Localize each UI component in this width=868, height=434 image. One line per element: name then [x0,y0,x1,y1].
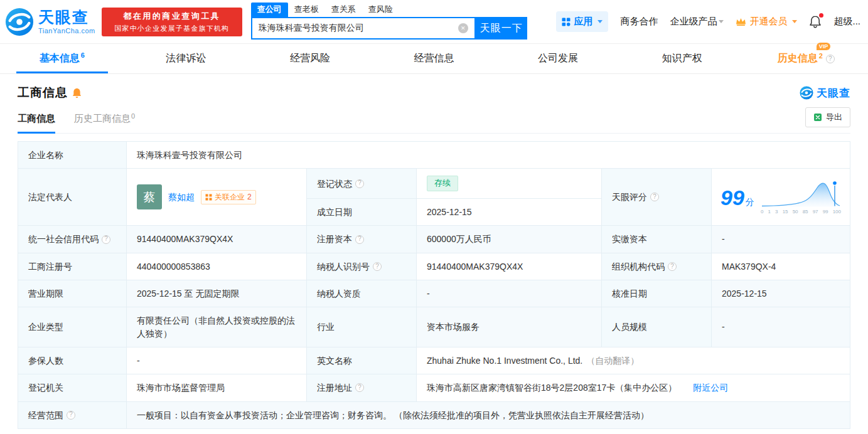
value-org-code: MAK379QX-4 [712,253,850,280]
search-input[interactable] [252,23,458,33]
subtab-history-business-info[interactable]: 历史工商信息0 [74,113,135,133]
search-button[interactable]: 天眼一下 [476,17,527,40]
value-taxpayer-id: 91440400MAK379QX4X [417,253,602,280]
help-icon[interactable]: ? [668,262,677,271]
watermark-text: 天眼查 [817,86,850,100]
tab-label: 经营信息 [414,52,454,65]
label-legal-rep: 法定代表人 [18,169,127,226]
legal-rep-link[interactable]: 蔡如超 [168,191,195,203]
value-approval-date: 2025-12-15 [712,280,850,307]
help-icon[interactable]: ? [67,411,75,420]
row-reg-authority: 登记机关 珠海市市场监督管理局 注册地址? 珠海市高新区唐家湾镇智谷街18号2层… [18,374,850,401]
search-tab-company[interactable]: 查公司 [251,3,288,17]
value-reg-status: 存续 [417,169,602,199]
row-insured-count: 参保人数 - 英文名称 Zhuhai Zhuke No.1 Investment… [18,347,850,374]
help-icon[interactable]: ? [826,55,835,63]
chevron-down-icon [597,20,603,23]
business-cooperation-link[interactable]: 商务合作 [620,16,658,28]
related-companies-tag[interactable]: 关联企业 2 [201,190,256,204]
label-staff-size: 人员规模 [602,307,712,347]
value-staff-size: - [712,307,850,347]
company-nav-tabs: 基本信息 6 法律诉讼 经营风险 经营信息 公司发展 知识产权 历史信息 VIP… [0,44,868,74]
search-tab-risk[interactable]: 查风险 [362,3,399,17]
export-label: 导出 [826,112,842,123]
business-cooperation-label: 商务合作 [620,16,658,28]
value-business-term: 2025-12-15 至 无固定期限 [127,280,307,307]
row-business-scope: 经营范围? 一般项目：以自有资金从事投资活动；企业管理咨询；财务咨询。 （除依法… [18,401,850,428]
row-company-name: 企业名称 珠海珠科壹号投资有限公司 [18,142,850,169]
alert-bell-icon[interactable] [72,88,82,98]
label-company-name: 企业名称 [18,142,127,169]
help-icon[interactable]: ? [355,179,364,188]
tab-label: 经营风险 [290,52,330,65]
nearby-companies-link[interactable]: 附近公司 [693,383,728,393]
enterprise-products-menu[interactable]: 企业级产品 [670,16,724,28]
score-number: 99分 [721,183,754,213]
help-icon[interactable]: ? [650,193,659,201]
tab-count: 2 [819,52,823,60]
help-icon[interactable]: ? [373,262,382,271]
related-count: 2 [247,192,252,203]
legal-rep-avatar[interactable]: 蔡 [137,184,162,209]
grid-icon [562,18,571,26]
notification-dot [819,13,823,18]
label-business-scope: 经营范围? [18,401,127,428]
brand-name: 天眼查 [38,9,95,25]
value-english-name: Zhuhai Zhuke No.1 Investment Co., Ltd.（自… [417,347,850,374]
clear-search-icon[interactable]: ✕ [458,23,468,33]
chevron-down-icon [719,20,724,23]
label-reg-capital: 注册资本? [307,226,417,253]
tab-operation-risk[interactable]: 经营风险 [248,44,372,73]
promo-badge: 都在用的商业查询工具 国家中小企业发展子基金旗下机构 [102,8,242,36]
value-business-scope: 一般项目：以自有资金从事投资活动；企业管理咨询；财务咨询。 （除依法须经批准的项… [127,401,850,428]
super-vip-label: 超级... [833,16,860,28]
super-vip-link[interactable]: 超级... [833,16,860,28]
tianyancha-watermark: 天眼查 [800,86,850,100]
value-paid-capital: - [712,226,850,253]
score-axis: 0131550859799100 [761,208,841,216]
open-membership-label: 开通会员 [749,16,787,28]
row-credit-code: 统一社会信用代码? 91440400MAK379QX4X 注册资本? 60000… [18,226,850,253]
related-label: 关联企业 [215,192,245,203]
label-company-type: 企业类型 [18,307,127,347]
tab-basic-info[interactable]: 基本信息 6 [0,44,124,73]
label-establish-date: 成立日期 [307,199,417,226]
notifications-button[interactable] [809,15,822,28]
subtab-business-info[interactable]: 工商信息 [18,113,55,133]
search-tab-boss[interactable]: 查老板 [288,3,325,17]
top-menu: 应用 商务合作 企业级产品 开通会员 超级... [556,11,860,32]
auto-translate-note: （自动翻译） [586,356,639,366]
top-header: 天眼查 TianYanCha.com 都在用的商业查询工具 国家中小企业发展子基… [0,0,868,44]
label-business-term: 营业期限 [18,280,127,307]
tab-intellectual-property[interactable]: 知识产权 [620,44,744,73]
label-reg-number: 工商注册号 [18,253,127,280]
export-button[interactable]: 导出 [805,107,850,127]
tianyancha-logo[interactable]: 天眼查 TianYanCha.com [5,8,95,36]
subtab-row: 工商信息 历史工商信息0 导出 [18,106,850,134]
business-info-table: 企业名称 珠海珠科壹号投资有限公司 法定代表人 蔡 蔡如超 关联企业 2 [18,141,850,429]
search-row: ✕ 天眼一下 [251,17,527,40]
help-icon[interactable]: ? [355,235,364,244]
open-membership-menu[interactable]: 开通会员 [736,16,797,28]
value-score: 99分 [712,169,850,226]
apps-button[interactable]: 应用 [556,11,608,32]
tab-label: 基本信息 [40,52,80,65]
search-tab-relation[interactable]: 查关系 [325,3,362,17]
logo-text: 天眼查 TianYanCha.com [38,9,95,34]
search-area: 查公司 查老板 查关系 查风险 ✕ 天眼一下 [251,4,527,40]
tab-operation-info[interactable]: 经营信息 [372,44,496,73]
tab-label: 公司发展 [538,52,578,65]
value-reg-address: 珠海市高新区唐家湾镇智谷街18号2层208室17卡（集中办公区）附近公司 [417,374,850,401]
tab-company-development[interactable]: 公司发展 [496,44,620,73]
section-title: 工商信息 [18,85,68,101]
row-reg-number: 工商注册号 440400000853863 纳税人识别号? 91440400MA… [18,253,850,280]
tab-legal-proceedings[interactable]: 法律诉讼 [124,44,249,73]
label-industry: 行业 [307,307,417,347]
label-taxpayer-id: 纳税人识别号? [307,253,417,280]
help-icon[interactable]: ? [102,235,110,244]
tab-history-info[interactable]: 历史信息 VIP 2 ? [744,44,868,73]
value-industry: 资本市场服务 [417,307,602,347]
label-reg-address: 注册地址? [307,374,417,401]
tab-count: 6 [81,51,85,59]
help-icon[interactable]: ? [355,383,364,392]
